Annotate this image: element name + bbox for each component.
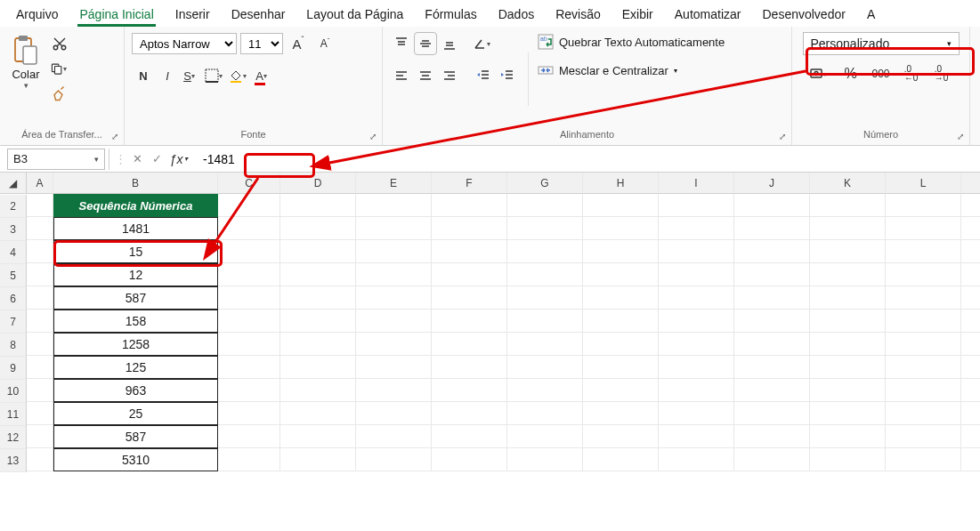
cell[interactable] xyxy=(280,286,356,310)
cell[interactable] xyxy=(734,448,810,471)
increase-indent-icon[interactable] xyxy=(496,64,519,87)
cell[interactable] xyxy=(961,402,980,425)
cell[interactable] xyxy=(507,333,583,356)
cell[interactable] xyxy=(356,402,432,425)
fill-color-button[interactable]: ▾ xyxy=(228,64,251,87)
cell[interactable] xyxy=(583,240,659,263)
cell[interactable] xyxy=(432,425,507,448)
alignment-launcher-icon[interactable]: ⤢ xyxy=(779,132,786,141)
col-header-M[interactable]: M xyxy=(961,173,980,194)
cell[interactable] xyxy=(810,333,886,356)
row-header[interactable]: 7 xyxy=(0,310,27,334)
cell[interactable] xyxy=(734,402,810,425)
cell[interactable] xyxy=(583,333,659,356)
cell[interactable] xyxy=(507,217,583,240)
tab-formulas[interactable]: Fórmulas xyxy=(414,4,487,27)
decrease-font-icon[interactable]: Aˇ xyxy=(313,32,336,55)
cell[interactable] xyxy=(886,356,961,379)
cell[interactable] xyxy=(507,240,583,263)
cell[interactable] xyxy=(27,356,53,379)
cell[interactable]: 12 xyxy=(53,263,218,286)
cell[interactable] xyxy=(583,402,659,425)
cell[interactable] xyxy=(280,240,356,263)
cell[interactable] xyxy=(218,425,280,448)
cell[interactable] xyxy=(356,286,432,310)
cell[interactable] xyxy=(280,356,356,379)
cell[interactable] xyxy=(280,217,356,240)
cell[interactable] xyxy=(507,286,583,310)
cell[interactable] xyxy=(27,286,53,310)
cell[interactable] xyxy=(280,263,356,286)
cell[interactable] xyxy=(218,217,280,240)
row-header[interactable]: 13 xyxy=(0,449,27,472)
cell[interactable] xyxy=(583,263,659,286)
cell[interactable] xyxy=(659,379,734,402)
cell[interactable] xyxy=(356,425,432,448)
cell[interactable] xyxy=(659,402,734,425)
cell[interactable] xyxy=(27,240,53,263)
tab-revisao[interactable]: Revisão xyxy=(545,4,611,27)
cell[interactable] xyxy=(810,263,886,286)
cell[interactable] xyxy=(218,402,280,425)
cell[interactable] xyxy=(659,240,734,263)
row-header[interactable]: 2 xyxy=(0,195,27,218)
name-box[interactable]: B3 ▾ xyxy=(7,149,105,170)
cell[interactable] xyxy=(280,425,356,448)
cell[interactable]: 587 xyxy=(53,425,218,448)
tab-extra[interactable]: A xyxy=(856,4,886,27)
increase-font-icon[interactable]: Aˆ xyxy=(287,32,310,55)
col-header-G[interactable]: G xyxy=(507,173,583,194)
tab-automatizar[interactable]: Automatizar xyxy=(664,4,752,27)
cell[interactable] xyxy=(356,240,432,263)
cell[interactable]: 158 xyxy=(53,310,218,333)
align-top-icon[interactable] xyxy=(390,32,413,55)
cell[interactable] xyxy=(810,448,886,471)
cell[interactable] xyxy=(659,356,734,379)
col-header-C[interactable]: C xyxy=(218,173,280,194)
cell[interactable] xyxy=(583,194,659,217)
cell[interactable] xyxy=(432,194,507,217)
cell[interactable] xyxy=(886,448,961,471)
tab-layout-pagina[interactable]: Layout da Página xyxy=(296,4,414,27)
comma-button[interactable]: 000 xyxy=(870,62,893,85)
cell[interactable] xyxy=(886,286,961,310)
cell[interactable] xyxy=(810,217,886,240)
percent-button[interactable]: % xyxy=(839,62,863,85)
cell[interactable] xyxy=(218,240,280,263)
col-header-H[interactable]: H xyxy=(583,173,659,194)
underline-button[interactable]: S▾ xyxy=(180,64,203,87)
cell[interactable] xyxy=(734,263,810,286)
row-header[interactable]: 10 xyxy=(0,380,27,403)
cell[interactable] xyxy=(507,194,583,217)
cell[interactable] xyxy=(27,310,53,333)
chevron-down-icon[interactable]: ▾ xyxy=(24,81,28,90)
cell[interactable] xyxy=(507,379,583,402)
cell[interactable] xyxy=(218,379,280,402)
cell[interactable] xyxy=(432,356,507,379)
row-header[interactable]: 9 xyxy=(0,357,27,380)
cell[interactable] xyxy=(961,425,980,448)
cell[interactable] xyxy=(583,286,659,310)
cell[interactable] xyxy=(961,448,980,471)
cell[interactable] xyxy=(583,310,659,333)
cell[interactable] xyxy=(507,402,583,425)
cell[interactable] xyxy=(734,194,810,217)
cell[interactable] xyxy=(280,402,356,425)
col-header-B[interactable]: B xyxy=(53,173,218,194)
row-header[interactable]: 3 xyxy=(0,218,27,241)
cell[interactable] xyxy=(356,217,432,240)
cell[interactable] xyxy=(583,217,659,240)
cell[interactable] xyxy=(810,240,886,263)
cell[interactable] xyxy=(734,356,810,379)
align-right-icon[interactable] xyxy=(438,64,461,87)
copy-icon[interactable]: ▾ xyxy=(50,59,69,78)
cell[interactable] xyxy=(659,333,734,356)
cut-icon[interactable] xyxy=(50,34,69,53)
cell[interactable] xyxy=(734,333,810,356)
cell[interactable] xyxy=(886,425,961,448)
cell[interactable] xyxy=(886,402,961,425)
cell[interactable] xyxy=(280,310,356,333)
cell[interactable] xyxy=(961,194,980,217)
accounting-format-button[interactable]: ▾ xyxy=(809,62,832,85)
cell[interactable] xyxy=(583,379,659,402)
